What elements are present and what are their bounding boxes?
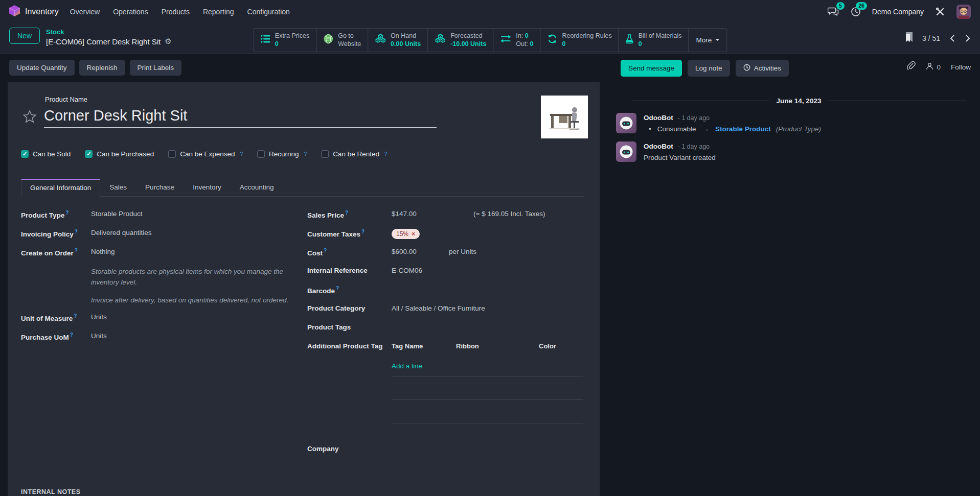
menu-configuration[interactable]: Configuration xyxy=(247,8,290,16)
column-tag-name[interactable]: Tag Name xyxy=(392,342,456,350)
activities-button[interactable]: Activities xyxy=(736,60,789,77)
help-icon[interactable]: ? xyxy=(65,210,69,216)
send-message-button[interactable]: Send message xyxy=(621,60,682,77)
message-author[interactable]: OdooBot xyxy=(644,114,673,122)
tracking-old-value: Consumable xyxy=(657,125,696,133)
paperclip-icon[interactable] xyxy=(907,61,916,73)
checkbox-unchecked[interactable] xyxy=(321,150,329,158)
app-name[interactable]: Inventory xyxy=(25,7,59,16)
tab-purchase[interactable]: Purchase xyxy=(136,179,184,197)
help-icon[interactable]: ? xyxy=(74,313,77,319)
column-color[interactable]: Color xyxy=(539,342,583,350)
checkbox-checked[interactable]: ✓ xyxy=(85,150,93,158)
tax-tag[interactable]: 15% × xyxy=(392,229,420,239)
company-switcher[interactable]: Demo Company xyxy=(872,8,924,16)
help-icon[interactable]: ? xyxy=(304,151,307,157)
help-icon[interactable]: ? xyxy=(324,248,327,253)
help-icon[interactable]: ? xyxy=(336,286,339,291)
cost-value[interactable]: $600.00 xyxy=(392,248,449,255)
print-labels-button[interactable]: Print Labels xyxy=(130,60,181,76)
menu-reporting[interactable]: Reporting xyxy=(203,8,234,16)
checkbox-unchecked[interactable] xyxy=(257,150,265,158)
odoobot-avatar[interactable] xyxy=(616,113,636,133)
tab-inventory[interactable]: Inventory xyxy=(184,179,231,197)
help-icon[interactable]: ? xyxy=(384,151,388,157)
breadcrumb-stock-link[interactable]: Stock xyxy=(46,28,172,36)
tracking-field-name: (Product Type) xyxy=(776,125,821,133)
stat-label: Forecasted xyxy=(450,32,486,40)
can-be-purchased-checkbox[interactable]: ✓ Can be Purchased xyxy=(85,150,154,158)
checkbox-unchecked[interactable] xyxy=(168,150,176,158)
additional-product-tag-label: Additional Product Tag xyxy=(307,342,392,350)
company-label: Company xyxy=(307,445,392,453)
add-a-line-link[interactable]: Add a line xyxy=(392,362,422,370)
uom-value[interactable]: Units xyxy=(91,313,107,321)
menu-overview[interactable]: Overview xyxy=(70,8,100,16)
log-note-button[interactable]: Log note xyxy=(688,60,730,77)
bill-of-materials-button[interactable]: Bill of Materials 0 xyxy=(619,29,689,52)
go-to-website-button[interactable]: Go to Website xyxy=(316,29,368,52)
can-be-rented-checkbox[interactable]: Can be Rented ? xyxy=(321,150,387,158)
flask-icon xyxy=(626,34,634,46)
tax-remove-icon[interactable]: × xyxy=(412,230,415,238)
odoobot-avatar[interactable] xyxy=(616,141,636,162)
checkbox-checked[interactable]: ✓ xyxy=(21,150,29,158)
column-ribbon[interactable]: Ribbon xyxy=(456,342,539,350)
replenish-button[interactable]: Replenish xyxy=(79,60,125,76)
product-name-input[interactable] xyxy=(44,107,437,128)
pager-next-icon[interactable] xyxy=(965,34,971,42)
menu-operations[interactable]: Operations xyxy=(113,8,148,16)
can-be-sold-checkbox[interactable]: ✓ Can be Sold xyxy=(21,150,71,158)
tracking-new-value[interactable]: Storable Product xyxy=(715,125,771,133)
chatter-message: OdooBot - 1 day ago • Consumable → Stora… xyxy=(616,113,980,133)
in-out-button[interactable]: In: 0 Out: 0 xyxy=(493,29,540,52)
pager-previous-icon[interactable] xyxy=(949,34,955,42)
extra-prices-button[interactable]: Extra Prices 0 xyxy=(254,29,316,52)
breadcrumb-current: [E-COM06] Corner Desk Right Sit xyxy=(46,37,161,46)
help-icon[interactable]: ? xyxy=(70,332,73,338)
help-icon[interactable]: ? xyxy=(361,229,364,234)
messages-icon[interactable]: 5 xyxy=(827,6,839,18)
product-category-value[interactable]: All / Saleable / Office Furniture xyxy=(392,304,485,312)
new-button[interactable]: New xyxy=(9,28,40,44)
activities-badge: 26 xyxy=(856,2,867,10)
help-icon[interactable]: ? xyxy=(75,229,78,234)
tab-general-information[interactable]: General Information xyxy=(21,179,100,197)
gear-icon[interactable]: ⚙ xyxy=(165,37,171,46)
create-on-order-label: Create on Order? xyxy=(21,248,91,257)
user-avatar[interactable] xyxy=(956,5,971,19)
sales-price-value[interactable]: $147.00 xyxy=(392,210,473,218)
tab-accounting[interactable]: Accounting xyxy=(231,179,283,197)
update-quantity-button[interactable]: Update Quantity xyxy=(9,60,75,76)
help-icon[interactable]: ? xyxy=(345,210,348,216)
internal-reference-label: Internal Reference xyxy=(307,267,392,274)
product-type-value[interactable]: Storable Product xyxy=(91,210,143,218)
help-icon[interactable]: ? xyxy=(240,151,243,157)
reordering-rules-button[interactable]: Reordering Rules 0 xyxy=(540,29,619,52)
internal-reference-value[interactable]: E-COM06 xyxy=(392,267,422,274)
purchase-uom-value[interactable]: Units xyxy=(91,332,107,340)
help-icon[interactable]: ? xyxy=(75,248,78,253)
forecasted-button[interactable]: Forecasted -10.00 Units xyxy=(428,29,493,52)
can-be-expensed-checkbox[interactable]: Can be Expensed ? xyxy=(168,150,243,158)
follow-button[interactable]: Follow xyxy=(951,63,971,71)
activities-clock-icon[interactable]: 26 xyxy=(850,6,862,18)
message-body: Product Variant created xyxy=(644,154,716,161)
bookmark-icon[interactable] xyxy=(905,32,913,44)
favorite-star-icon[interactable] xyxy=(22,110,37,126)
tab-sales[interactable]: Sales xyxy=(100,179,136,197)
stat-label: Website xyxy=(338,40,361,48)
create-on-order-value[interactable]: Nothing xyxy=(91,248,115,255)
activities-label: Activities xyxy=(754,64,781,72)
message-author[interactable]: OdooBot xyxy=(644,143,673,150)
invoicing-policy-value[interactable]: Delivered quantities xyxy=(91,229,152,237)
recurring-checkbox[interactable]: Recurring ? xyxy=(257,150,307,158)
menu-products[interactable]: Products xyxy=(162,8,190,16)
debug-tools-icon[interactable] xyxy=(934,6,946,18)
product-image[interactable] xyxy=(541,96,588,138)
app-switcher[interactable]: Inventory xyxy=(9,5,59,18)
on-hand-button[interactable]: On Hand 0.00 Units xyxy=(368,29,428,52)
followers-button[interactable]: 0 xyxy=(926,62,941,72)
more-dropdown-button[interactable]: More xyxy=(689,29,726,52)
stat-value: 0 xyxy=(639,40,682,48)
